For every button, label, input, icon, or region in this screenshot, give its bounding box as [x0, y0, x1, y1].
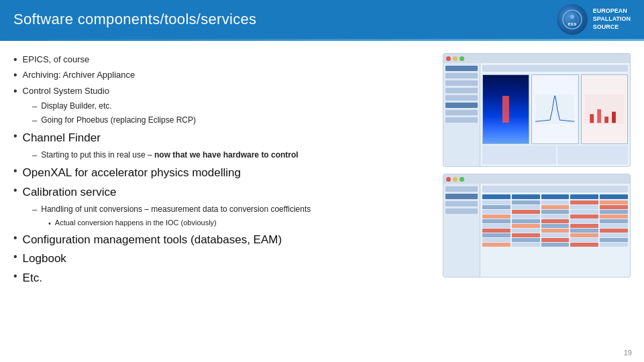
sub-text-phoebus: Going for Phoebus (replacing Eclipse RCP…	[41, 114, 196, 127]
table-cell	[570, 238, 598, 242]
ss-sidebar-item	[445, 201, 478, 206]
table-cell	[541, 205, 570, 209]
sub-dash: –	[32, 114, 37, 127]
svg-rect-8	[604, 117, 608, 123]
table-cell	[541, 229, 570, 233]
sub-bullet-display: – Display Builder, etc.	[32, 100, 429, 113]
table-cell	[570, 224, 598, 228]
ess-logo-circle: ess	[557, 4, 588, 35]
svg-rect-6	[590, 114, 594, 123]
table-cell	[482, 219, 511, 223]
bullet-dot: •	[13, 129, 17, 143]
screenshot-bottom-sidebar	[443, 184, 480, 277]
window-close-dot	[446, 56, 451, 61]
table-cell	[512, 233, 540, 237]
table-row	[482, 219, 628, 223]
table-cell	[512, 224, 540, 228]
page-title: Software components/tools/services	[13, 11, 256, 28]
screenshot-top-content	[443, 63, 630, 166]
bullet-calibration: • Calibration service	[13, 184, 429, 201]
table-row	[482, 205, 628, 209]
ss-bottom-row	[482, 145, 628, 164]
table-cell	[512, 215, 540, 219]
table-cell	[541, 219, 570, 223]
bullet-css: • Control System Studio	[13, 84, 429, 99]
table-row	[482, 200, 628, 204]
table-row	[482, 243, 628, 247]
bullet-etc: • Etc.	[13, 269, 429, 287]
sub-dash: –	[32, 149, 37, 162]
screenshot-bottom-bar	[443, 174, 630, 184]
sub-dash: –	[32, 203, 37, 217]
table-cell	[541, 215, 570, 219]
screenshot-table	[480, 184, 630, 277]
window-min-dot	[453, 177, 458, 182]
screenshot-main	[480, 63, 630, 166]
table-cell	[482, 229, 511, 233]
table-cell	[512, 229, 540, 233]
table-cell	[541, 233, 570, 237]
bullet-archiving: • Archiving: Archiver Appliance	[13, 68, 429, 82]
table-cell	[512, 200, 540, 204]
ss-col-header	[541, 194, 570, 199]
ss-sidebar-item	[445, 103, 478, 108]
table-cell	[482, 233, 511, 237]
screenshot-top-bar	[443, 54, 630, 63]
ss-sidebar-item	[445, 194, 478, 199]
subsub-text-ioc: Actual conversion happens in the IOC (ob…	[55, 217, 217, 229]
svg-text:ess: ess	[568, 21, 576, 26]
svg-rect-4	[535, 95, 574, 124]
bullet-dot: •	[13, 164, 17, 178]
window-max-dot	[460, 177, 464, 182]
table-cell	[600, 219, 628, 223]
table-cell	[570, 233, 598, 237]
table-cell	[600, 243, 628, 247]
table-cell	[512, 205, 540, 209]
table-cell	[512, 219, 540, 223]
table-row	[482, 224, 628, 228]
bullet-text-calibration: Calibration service	[23, 184, 117, 201]
table-cell	[600, 210, 628, 214]
bullet-dot: •	[13, 52, 17, 67]
screenshots-section	[443, 53, 631, 357]
ss-panel-3	[581, 74, 628, 144]
ss-sidebar-item	[445, 66, 478, 71]
ss-col-header	[600, 194, 628, 199]
header-bar: Software components/tools/services ess E…	[0, 0, 644, 39]
bullet-text-archiving: Archiving: Archiver Appliance	[23, 68, 136, 82]
bullet-dot: •	[13, 84, 17, 99]
bullet-text-css: Control System Studio	[23, 84, 109, 98]
ss-sidebar-item	[445, 95, 478, 101]
ss-table-header	[482, 194, 628, 199]
bullet-text-epics: EPICS, of course	[23, 53, 90, 66]
bullet-text-config: Configuration management tools (database…	[23, 231, 282, 249]
table-row	[482, 210, 628, 214]
sub-text-channel-finder: Starting to put this in real use – now t…	[41, 149, 298, 162]
chart-area	[535, 78, 574, 140]
sub-bullet-channel-finder: – Starting to put this in real use – now…	[32, 149, 429, 162]
bullet-text-openxal: OpenXAL for accelerator physics modellin…	[23, 164, 241, 182]
ss-sidebar-item	[445, 110, 478, 115]
sub-bullet-calibration: – Handling of unit conversions – measure…	[32, 203, 429, 217]
bullet-text-channel-finder: Channel Finder	[23, 129, 101, 147]
table-cell	[512, 238, 540, 242]
table-cell	[482, 224, 511, 228]
table-cell	[600, 233, 628, 237]
main-content: • EPICS, of course • Archiving: Archiver…	[0, 41, 644, 362]
ss-toolbar	[482, 65, 628, 72]
table-cell	[570, 205, 598, 209]
ss-bottom-panel	[482, 145, 556, 164]
subsub-dot: •	[48, 218, 51, 229]
ss-sidebar-item	[445, 73, 478, 78]
bullet-dot: •	[13, 249, 17, 264]
window-max-dot	[460, 56, 464, 61]
table-cell	[482, 200, 511, 204]
table-cell	[570, 243, 598, 247]
ss-sidebar-item	[445, 186, 478, 192]
table-row	[482, 233, 628, 237]
ess-logo-text: EUROPEAN SPALLATION SOURCE	[593, 7, 631, 31]
bullet-channel-finder: • Channel Finder	[13, 129, 429, 147]
ess-logo: ess EUROPEAN SPALLATION SOURCE	[557, 4, 631, 35]
table-row	[482, 229, 628, 233]
subsub-bullet-ioc: • Actual conversion happens in the IOC (…	[48, 217, 429, 229]
